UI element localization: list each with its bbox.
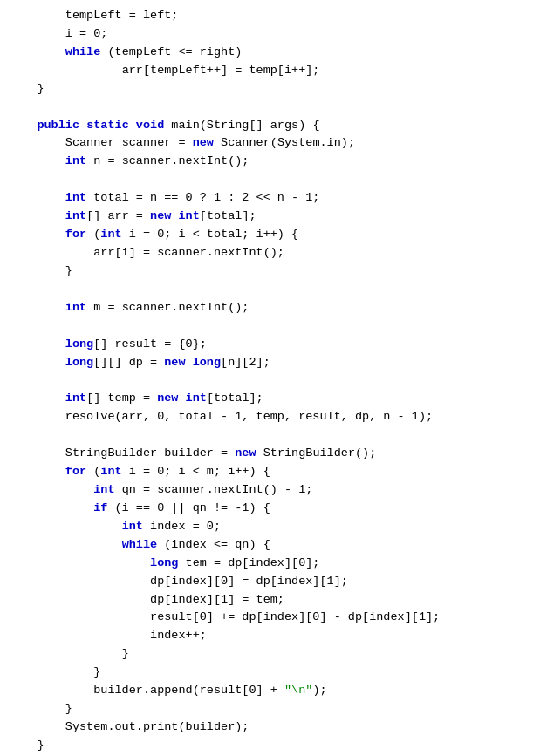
code-line: dp[index][0] = dp[index][1];: [0, 573, 540, 591]
code-line: i = 0;: [0, 25, 540, 44]
code-line: int qn = scanner.nextInt() - 1;: [0, 481, 540, 500]
code-line: [0, 426, 540, 445]
code-line: }: [0, 262, 540, 281]
code-line: }: [0, 664, 540, 682]
code-line: result[0] += dp[index][0] - dp[index][1]…: [0, 609, 540, 627]
code-line: System.out.print(builder);: [0, 719, 540, 737]
code-line: [0, 171, 540, 189]
code-line: long tem = dp[index][0];: [0, 555, 540, 573]
code-line: arr[tempLeft++] = temp[i++];: [0, 62, 540, 80]
code-line: while (index <= qn) {: [0, 536, 540, 555]
code-line: long[][] dp = new long[n][2];: [0, 354, 540, 372]
code-line: public static void main(String[] args) {: [0, 117, 540, 135]
code-line: }: [0, 737, 540, 755]
code-line: StringBuilder builder = new StringBuilde…: [0, 445, 540, 463]
code-line: builder.append(result[0] + "\n");: [0, 682, 540, 700]
code-line: long[] result = {0};: [0, 336, 540, 354]
code-line: }: [0, 700, 540, 719]
code-line: int total = n == 0 ? 1 : 2 << n - 1;: [0, 189, 540, 208]
code-line: int index = 0;: [0, 518, 540, 536]
code-line: int[] arr = new int[total];: [0, 208, 540, 226]
code-line: tempLeft = left;: [0, 7, 540, 25]
code-line: [0, 99, 540, 117]
code-line: Scanner scanner = new Scanner(System.in)…: [0, 134, 540, 153]
code-line: for (int i = 0; i < total; i++) {: [0, 226, 540, 244]
code-line: int n = scanner.nextInt();: [0, 153, 540, 171]
code-line: int[] temp = new int[total];: [0, 390, 540, 408]
code-block: tempLeft = left; i = 0; while (tempLeft …: [0, 7, 540, 756]
code-container: tempLeft = left; i = 0; while (tempLeft …: [0, 0, 540, 756]
code-line: }: [0, 80, 540, 99]
code-line: [0, 317, 540, 336]
code-line: index++;: [0, 627, 540, 645]
code-line: [0, 281, 540, 299]
code-line: for (int i = 0; i < m; i++) {: [0, 463, 540, 481]
code-line: arr[i] = scanner.nextInt();: [0, 244, 540, 262]
code-line: [0, 371, 540, 390]
code-line: dp[index][1] = tem;: [0, 591, 540, 610]
code-line: }: [0, 645, 540, 664]
code-line: if (i == 0 || qn != -1) {: [0, 500, 540, 518]
code-line: resolve(arr, 0, total - 1, temp, result,…: [0, 408, 540, 426]
code-line: while (tempLeft <= right): [0, 44, 540, 62]
code-line: int m = scanner.nextInt();: [0, 299, 540, 317]
